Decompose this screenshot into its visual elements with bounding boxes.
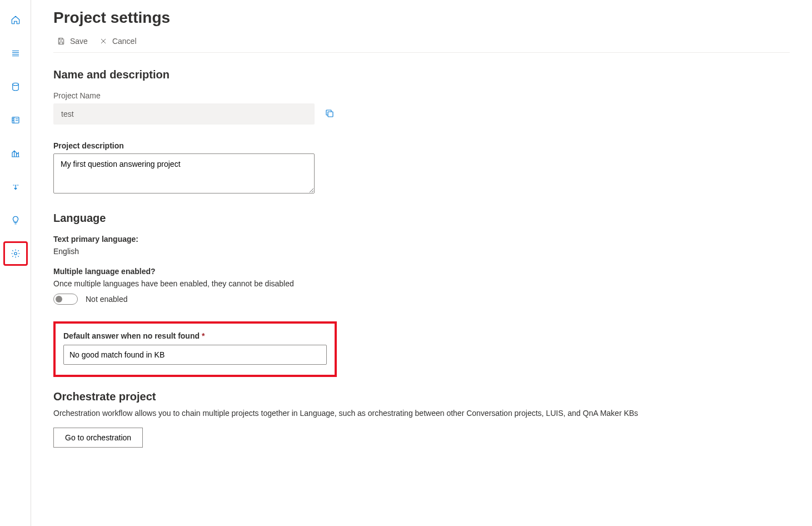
sidebar-item-knowledge[interactable] — [4, 109, 27, 131]
knowledge-icon — [11, 115, 21, 125]
sidebar-item-intents[interactable] — [4, 142, 27, 165]
sidebar-item-list[interactable] — [4, 42, 27, 64]
save-button-label: Save — [70, 37, 88, 46]
copy-icon — [325, 108, 335, 118]
primary-lang-label: Text primary language: — [53, 235, 790, 244]
project-desc-input[interactable] — [53, 153, 315, 193]
section-orchestrate-heading: Orchestrate project — [53, 390, 790, 403]
sidebar-item-home[interactable] — [4, 9, 27, 31]
toolbar: Save Cancel — [53, 37, 790, 53]
orchestrate-description: Orchestration workflow allows you to cha… — [53, 409, 790, 418]
default-answer-input[interactable] — [63, 345, 327, 365]
sidebar-item-suggestions[interactable] — [4, 209, 27, 231]
section-name-desc-heading: Name and description — [53, 68, 790, 81]
project-desc-label: Project description — [53, 141, 790, 150]
home-icon — [11, 15, 21, 25]
primary-lang-value: English — [53, 247, 790, 256]
deploy-icon — [11, 182, 21, 192]
sidebar-item-settings[interactable] — [4, 242, 27, 265]
multi-lang-toggle[interactable] — [53, 294, 78, 305]
copy-name-button[interactable] — [325, 108, 336, 120]
multi-lang-toggle-text: Not enabled — [86, 295, 128, 304]
svg-point-2 — [14, 252, 17, 255]
list-icon — [11, 48, 21, 58]
section-language-heading: Language — [53, 212, 790, 225]
main-content: Project settings Save Cancel Name and de… — [31, 0, 812, 526]
sidebar-item-database[interactable] — [4, 76, 27, 98]
cancel-button-label: Cancel — [112, 37, 137, 46]
gear-icon — [11, 249, 21, 259]
sidebar-item-deploy[interactable] — [4, 176, 27, 198]
save-button[interactable]: Save — [57, 37, 88, 46]
cancel-button[interactable]: Cancel — [99, 37, 137, 46]
go-to-orchestration-button[interactable]: Go to orchestration — [53, 428, 143, 448]
cylinder-icon — [11, 82, 21, 92]
save-icon — [57, 37, 66, 46]
page-title: Project settings — [53, 9, 790, 27]
svg-rect-1 — [12, 117, 19, 123]
multi-lang-note: Once multiple languages have been enable… — [53, 279, 790, 288]
building-icon — [11, 148, 21, 158]
lightbulb-icon — [11, 215, 21, 225]
svg-point-0 — [12, 83, 18, 86]
svg-rect-3 — [328, 112, 333, 117]
close-icon — [99, 37, 108, 46]
default-answer-label: Default answer when no result found — [63, 331, 200, 340]
multi-lang-label: Multiple language enabled? — [53, 267, 790, 276]
required-star: * — [202, 331, 205, 340]
default-answer-section: Default answer when no result found* — [53, 321, 337, 377]
project-name-label: Project Name — [53, 91, 790, 100]
sidebar — [0, 0, 31, 526]
project-name-input[interactable] — [53, 103, 315, 125]
